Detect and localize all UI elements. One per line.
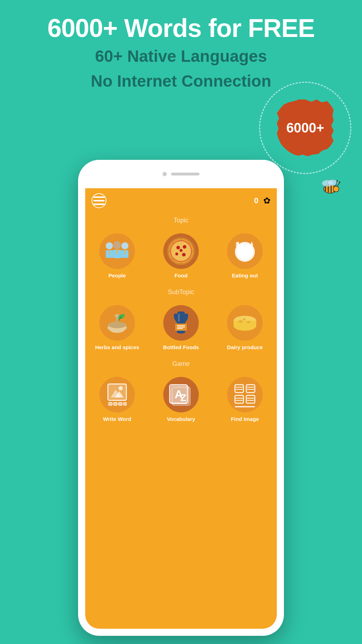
subtitle-line1: 60+ Native Languages — [14, 46, 348, 67]
header-area: 6000+ Words for FREE 60+ Native Language… — [0, 14, 362, 92]
svg-point-32 — [182, 253, 186, 256]
phone-screen: 0 ✿ Topic — [85, 188, 277, 629]
svg-point-12 — [339, 182, 340, 183]
topic-food[interactable]: Food — [149, 227, 213, 285]
subtopics-grid: Herbs and spices — [85, 299, 277, 357]
phone-camera — [163, 172, 167, 176]
dairy-icon-circle — [227, 305, 263, 341]
people-icon-circle — [99, 233, 135, 269]
write-word-label: Write Word — [103, 416, 131, 422]
svg-rect-37 — [237, 242, 238, 255]
svg-point-31 — [175, 253, 178, 255]
badge-text: 6000+ — [277, 99, 334, 156]
svg-point-36 — [237, 244, 253, 260]
svg-rect-64 — [109, 402, 112, 405]
vocabulary-label: Vocabulary — [167, 416, 195, 422]
svg-point-13 — [106, 242, 113, 249]
topic-eating-out[interactable]: Eating out — [213, 227, 277, 285]
svg-rect-65 — [114, 402, 117, 405]
herbs-label: Herbs and spices — [95, 344, 139, 350]
game-write-word[interactable]: Write Word — [85, 370, 149, 428]
dairy-label: Dairy produce — [227, 344, 263, 350]
svg-rect-56 — [234, 321, 256, 326]
svg-rect-66 — [119, 402, 122, 405]
svg-rect-75 — [235, 395, 243, 403]
svg-rect-76 — [246, 395, 255, 403]
find-image-label: Find Image — [231, 416, 259, 422]
svg-rect-38 — [236, 242, 237, 247]
phone-speaker — [171, 173, 199, 175]
games-grid: Write Word A Z Vocabulary — [85, 370, 277, 428]
main-title: 6000+ Words for FREE — [14, 14, 348, 42]
subtopic-herbs[interactable]: Herbs and spices — [85, 299, 149, 357]
topic-section-label: Topic — [85, 213, 277, 227]
subtopic-dairy[interactable]: Dairy produce — [213, 299, 277, 357]
word-count-badge: 6000+ — [277, 99, 334, 156]
eating-out-label: Eating out — [232, 272, 258, 278]
svg-point-29 — [176, 246, 180, 249]
food-label: Food — [175, 272, 188, 278]
herbs-icon-circle — [99, 305, 135, 341]
topic-people[interactable]: People — [85, 227, 149, 285]
svg-rect-67 — [124, 402, 126, 405]
phone-notch — [78, 160, 284, 188]
svg-point-10 — [336, 180, 338, 182]
menu-button[interactable] — [92, 193, 106, 208]
subtopic-section-label: SubTopic — [85, 285, 277, 299]
score-display: 0 — [254, 196, 258, 205]
food-icon-circle — [163, 233, 199, 269]
svg-text:Z: Z — [180, 392, 186, 403]
svg-point-6 — [333, 186, 339, 192]
bottle-icon-circle — [163, 305, 199, 341]
svg-point-57 — [238, 320, 243, 323]
svg-point-15 — [113, 241, 121, 249]
svg-rect-73 — [235, 385, 243, 393]
bottle-label: Bottled Foods — [163, 344, 199, 350]
svg-point-59 — [243, 318, 246, 320]
phone-frame: 0 ✿ Topic — [78, 160, 284, 636]
flower-icon[interactable]: ✿ — [263, 196, 270, 206]
game-find-image[interactable]: Find Image — [213, 370, 277, 428]
eating-out-icon-circle — [227, 233, 263, 269]
topics-grid: People — [85, 227, 277, 285]
svg-point-17 — [121, 242, 128, 249]
find-image-icon-circle — [227, 377, 263, 412]
subtopic-bottled-foods[interactable]: Bottled Foods — [149, 299, 213, 357]
svg-point-30 — [183, 245, 186, 249]
game-vocabulary[interactable]: A Z Vocabulary — [149, 370, 213, 428]
svg-point-33 — [180, 249, 182, 252]
vocabulary-icon-circle: A Z — [163, 377, 199, 412]
svg-point-58 — [247, 321, 250, 324]
svg-rect-39 — [238, 242, 239, 247]
people-label: People — [108, 272, 126, 278]
svg-rect-74 — [246, 385, 255, 393]
game-section-label: Game — [85, 357, 277, 370]
app-header: 0 ✿ — [85, 188, 277, 213]
write-word-icon-circle — [99, 377, 135, 412]
bee-decoration — [318, 178, 342, 197]
header-right: 0 ✿ — [254, 196, 270, 206]
svg-point-63 — [119, 386, 123, 390]
hamburger-icon — [93, 196, 105, 205]
